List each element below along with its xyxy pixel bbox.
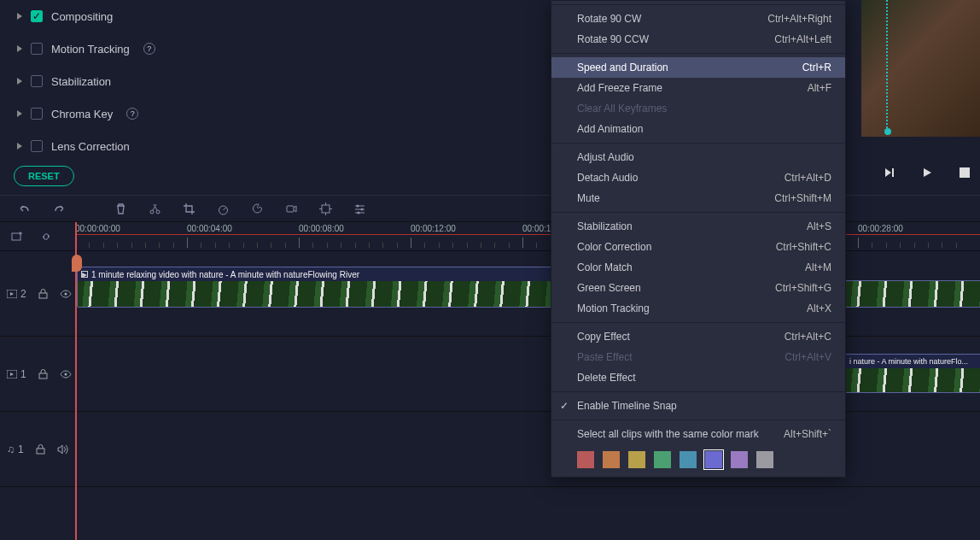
menu-item[interactable]: Delete Effect [551, 367, 845, 388]
clip-title: 1 minute relaxing video with nature - A … [91, 270, 359, 279]
record-button[interactable] [283, 201, 299, 216]
menu-item-shortcut: Ctrl+Alt+Left [774, 33, 831, 45]
color-swatch[interactable] [756, 451, 773, 468]
menu-item[interactable]: Color CorrectionCtrl+Shift+C [551, 237, 845, 257]
menu-item[interactable]: Speed and DurationCtrl+R [551, 57, 845, 78]
color-swatch[interactable] [628, 451, 645, 468]
menu-item[interactable]: Copy EffectCtrl+Alt+C [551, 326, 845, 347]
track-type-icon [7, 370, 17, 379]
menu-item-label: Copy Effect [577, 331, 630, 343]
eye-icon[interactable] [60, 290, 72, 298]
effect-label: Stabilization [51, 75, 111, 88]
video-clip[interactable]: ▸1 minute relaxing video with nature - A… [77, 267, 555, 308]
preview-viewport[interactable] [860, 0, 980, 137]
effect-checkbox[interactable]: ✓ [31, 10, 43, 22]
menu-item-label: Motion Tracking [577, 302, 650, 314]
crop-button[interactable] [181, 201, 196, 216]
menu-item[interactable]: Detach AudioCtrl+Alt+D [551, 167, 845, 188]
menu-item: Clear All Keyframes [551, 98, 845, 119]
lock-icon[interactable] [36, 444, 45, 455]
color-swatch[interactable] [654, 451, 671, 468]
color-swatch[interactable] [577, 451, 594, 468]
menu-item[interactable]: Rotate 90 CCWCtrl+Alt+Left [551, 29, 845, 50]
svg-rect-11 [39, 293, 47, 298]
link-button[interactable] [39, 230, 53, 244]
video-clip[interactable] [845, 280, 980, 308]
effect-label: Chroma Key [51, 108, 113, 120]
menu-item-shortcut: Alt+Shift+` [784, 428, 831, 440]
video-clip[interactable]: i nature - A minute with natureFlo... [845, 354, 980, 393]
svg-point-12 [64, 292, 67, 295]
effect-label: Motion Tracking [51, 43, 130, 56]
menu-item[interactable]: ✓Enable Timeline Snap [551, 396, 845, 416]
delete-button[interactable] [113, 201, 128, 216]
preview-crop-edge[interactable] [886, 0, 888, 135]
menu-item[interactable]: Adjust Audio [551, 147, 845, 167]
expand-icon[interactable] [17, 78, 22, 85]
color-swatch[interactable] [705, 451, 722, 468]
expand-icon[interactable] [17, 45, 22, 52]
svg-point-6 [356, 204, 359, 207]
track-type-icon: ♫ [7, 443, 15, 455]
stop-button[interactable] [956, 164, 973, 181]
play-button[interactable] [919, 164, 936, 181]
menu-item[interactable]: StabilizationAlt+S [551, 216, 845, 237]
menu-item-label: Stabilization [577, 220, 633, 232]
preview-crop-handle[interactable] [884, 128, 891, 135]
adjust-button[interactable] [352, 201, 367, 216]
menu-item-shortcut: Alt+M [805, 261, 831, 273]
color-button[interactable] [249, 201, 265, 216]
menu-item[interactable]: Green ScreenCtrl+Shift+G [551, 278, 845, 298]
menu-item-shortcut: Alt+F [808, 82, 831, 94]
menu-item-label: Detach Audio [577, 172, 638, 184]
speed-button[interactable] [215, 201, 230, 216]
menu-item[interactable]: Add Animation [551, 119, 845, 139]
color-swatch[interactable] [603, 451, 620, 468]
menu-item-label: Mute [577, 192, 600, 204]
playhead-handle[interactable] [72, 255, 82, 272]
svg-point-2 [156, 210, 160, 214]
svg-rect-9 [12, 233, 20, 240]
redo-button[interactable] [51, 201, 67, 216]
track-number: 1 [20, 368, 26, 380]
help-icon[interactable]: ? [126, 108, 138, 120]
help-icon[interactable]: ? [143, 43, 155, 55]
menu-item[interactable]: Motion TrackingAlt+X [551, 298, 845, 319]
split-button[interactable] [147, 201, 162, 216]
expand-icon[interactable] [17, 110, 22, 117]
step-forward-button[interactable] [881, 164, 898, 181]
color-swatch[interactable] [680, 451, 697, 468]
menu-item-label: Enable Timeline Snap [577, 400, 677, 412]
lock-icon[interactable] [38, 289, 48, 299]
menu-item-shortcut: Ctrl+Alt+V [785, 351, 831, 363]
undo-button[interactable] [17, 201, 32, 216]
menu-item-label: Paste Effect [577, 351, 632, 363]
menu-item-label: Add Animation [577, 123, 643, 135]
menu-item[interactable]: Select all clips with the same color mar… [551, 424, 845, 444]
effect-checkbox[interactable] [31, 108, 43, 120]
speaker-icon[interactable] [57, 444, 68, 455]
add-track-button[interactable] [10, 230, 24, 244]
menu-item-shortcut: Alt+S [807, 220, 831, 232]
effect-checkbox[interactable] [31, 140, 43, 152]
menu-item-label: Adjust Audio [577, 151, 634, 163]
menu-item[interactable]: MuteCtrl+Shift+M [551, 188, 845, 208]
effect-checkbox[interactable] [31, 43, 43, 55]
menu-item[interactable]: Rotate 90 CWCtrl+Alt+Right [551, 9, 845, 29]
lock-icon[interactable] [38, 369, 48, 379]
color-swatch[interactable] [731, 451, 748, 468]
menu-item-label: Color Correction [577, 241, 651, 253]
eye-icon[interactable] [60, 370, 72, 379]
expand-icon[interactable] [17, 143, 22, 150]
menu-item[interactable]: Color MatchAlt+M [551, 257, 845, 278]
track-type-icon [7, 290, 17, 298]
ruler-label: 00:00:08:00 [299, 224, 344, 233]
effect-checkbox[interactable] [31, 75, 43, 87]
mark-button[interactable] [318, 201, 333, 216]
reset-button[interactable]: RESET [14, 166, 74, 186]
expand-icon[interactable] [17, 13, 22, 20]
menu-item[interactable]: Add Freeze FrameAlt+F [551, 78, 845, 98]
menu-item-shortcut: Ctrl+Alt+C [785, 331, 831, 343]
context-menu: Rotate 90 CWCtrl+Alt+RightRotate 90 CCWC… [551, 0, 846, 478]
menu-item-label: Speed and Duration [577, 62, 668, 73]
